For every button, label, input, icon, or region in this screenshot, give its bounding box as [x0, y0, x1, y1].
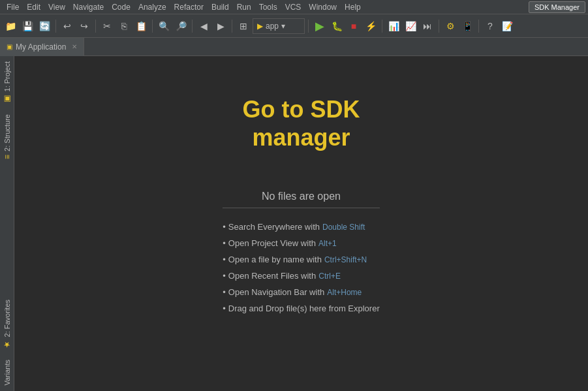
menu-build[interactable]: Build: [208, 1, 233, 13]
hint-search-everywhere: • Search Everywhere with Double Shift: [223, 219, 365, 235]
menu-file[interactable]: File: [3, 1, 23, 13]
favorites-icon: ★: [3, 340, 12, 349]
sidebar-item-structure[interactable]: ≡ 2: Structure: [1, 109, 13, 164]
toolbar-avd[interactable]: 📱: [459, 18, 475, 34]
no-files-section: No files are open • Search Everywhere wi…: [223, 191, 379, 317]
toolbar-separator-8: [439, 20, 439, 33]
toolbar-separator-3: [152, 20, 153, 33]
sdk-manager-button[interactable]: SDK Manager: [529, 1, 585, 13]
hint-project-view: • Open Project View with Alt+1: [223, 235, 336, 251]
toolbar-save[interactable]: 💾: [20, 18, 35, 34]
hint-recent-files: • Open Recent Files with Ctrl+E: [223, 268, 341, 284]
hint-file-by-name: • Open a file by name with Ctrl+Shift+N: [223, 251, 367, 268]
toolbar-layout[interactable]: ⊞: [236, 18, 251, 34]
toolbar-coverage[interactable]: 📊: [386, 18, 401, 34]
menu-run[interactable]: Run: [233, 1, 255, 13]
toolbar-stop-button[interactable]: ■: [346, 18, 362, 34]
toolbar-paste[interactable]: 📋: [133, 18, 149, 34]
app-selector[interactable]: ▶ app ▾: [253, 18, 305, 34]
toolbar-separator-1: [55, 20, 56, 33]
toolbar-open-folder[interactable]: 📁: [3, 18, 18, 34]
toolbar-run-button[interactable]: ▶: [312, 18, 328, 34]
sidebar-item-project[interactable]: ▣ 1: Project: [1, 56, 13, 109]
sidebar-item-variants[interactable]: Variants: [2, 354, 12, 391]
toolbar-attach[interactable]: ⚡: [363, 18, 379, 34]
toolbar-profile[interactable]: 📈: [403, 18, 418, 34]
menu-navigate[interactable]: Navigate: [69, 1, 108, 13]
toolbar-help[interactable]: ?: [482, 18, 498, 34]
left-sidebar: ▣ 1: Project ≡ 2: Structure ★ 2: Favorit…: [0, 56, 14, 391]
no-files-title: No files are open: [223, 191, 379, 208]
toolbar-redo[interactable]: ↪: [76, 18, 92, 34]
menu-help[interactable]: Help: [341, 1, 365, 13]
toolbar-separator-4: [192, 20, 193, 33]
menu-vcs[interactable]: VCS: [281, 1, 305, 13]
toolbar-replace[interactable]: 🔎: [173, 18, 189, 34]
toolbar-logcat[interactable]: 📝: [499, 18, 515, 34]
toolbar-search[interactable]: 🔍: [156, 18, 172, 34]
toolbar-sdk[interactable]: ⚙: [442, 18, 458, 34]
menu-view[interactable]: View: [44, 1, 69, 13]
menu-tools[interactable]: Tools: [255, 1, 281, 13]
hint-navigation-bar: • Open Navigation Bar with Alt+Home: [223, 284, 362, 300]
toolbar-back[interactable]: ◀: [196, 18, 211, 34]
menu-refactor[interactable]: Refactor: [170, 1, 208, 13]
main-area: ▣ 1: Project ≡ 2: Structure ★ 2: Favorit…: [0, 56, 588, 391]
toolbar-sync[interactable]: 🔄: [37, 18, 52, 34]
tab-my-application[interactable]: ▣ My Application ✕: [0, 38, 84, 56]
toolbar: 📁 💾 🔄 ↩ ↪ ✂ ⎘ 📋 🔍 🔎 ◀ ▶ ⊞ ▶ app ▾ ▶ 🐛 ■ …: [0, 14, 588, 38]
goto-sdk-text: Go to SDK manager: [243, 95, 360, 151]
toolbar-step[interactable]: ⏭: [420, 18, 435, 34]
toolbar-undo[interactable]: ↩: [59, 18, 75, 34]
tab-label: My Application: [16, 42, 66, 52]
editor-area: Go to SDK manager No files are open • Se…: [14, 56, 588, 391]
toolbar-separator-6: [308, 20, 309, 33]
tab-bar: ▣ My Application ✕: [0, 38, 588, 56]
toolbar-forward[interactable]: ▶: [213, 18, 228, 34]
toolbar-copy[interactable]: ⎘: [116, 18, 132, 34]
menu-code[interactable]: Code: [108, 1, 134, 13]
sidebar-item-favorites[interactable]: ★ 2: Favorites: [1, 294, 13, 354]
project-icon: ▣: [3, 95, 12, 104]
toolbar-separator-7: [382, 20, 382, 33]
toolbar-debug-button[interactable]: 🐛: [329, 18, 345, 34]
toolbar-separator-9: [478, 20, 479, 33]
menu-analyze[interactable]: Analyze: [134, 1, 170, 13]
toolbar-separator-2: [95, 20, 96, 33]
structure-icon: ≡: [3, 155, 12, 159]
menu-bar: File Edit View Navigate Code Analyze Ref…: [0, 0, 588, 14]
toolbar-cut[interactable]: ✂: [99, 18, 115, 34]
toolbar-separator-5: [232, 20, 232, 33]
menu-window[interactable]: Window: [305, 1, 341, 13]
menu-edit[interactable]: Edit: [23, 1, 44, 13]
hint-drag-drop: • Drag and Drop file(s) here from Explor…: [223, 300, 379, 317]
